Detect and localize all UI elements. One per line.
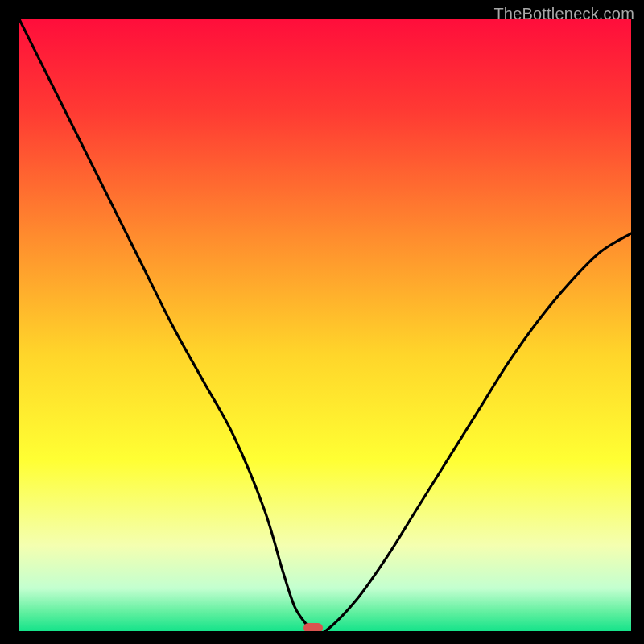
watermark-text: TheBottleneck.com (493, 5, 634, 23)
plot-area (19, 19, 631, 631)
optimal-marker (303, 623, 323, 631)
bottleneck-curve (19, 19, 631, 631)
chart-frame: TheBottleneck.com (3, 3, 641, 641)
